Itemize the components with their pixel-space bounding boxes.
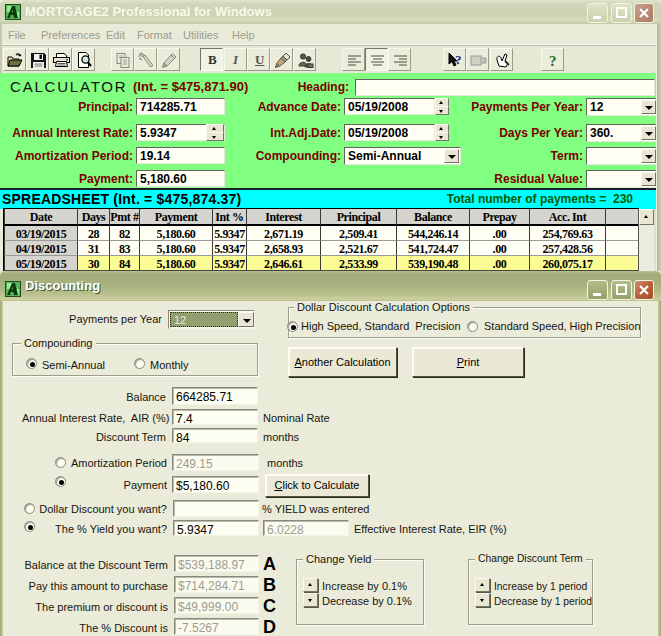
svg-text:?: ? xyxy=(455,52,462,67)
svg-text:?: ? xyxy=(549,53,557,69)
